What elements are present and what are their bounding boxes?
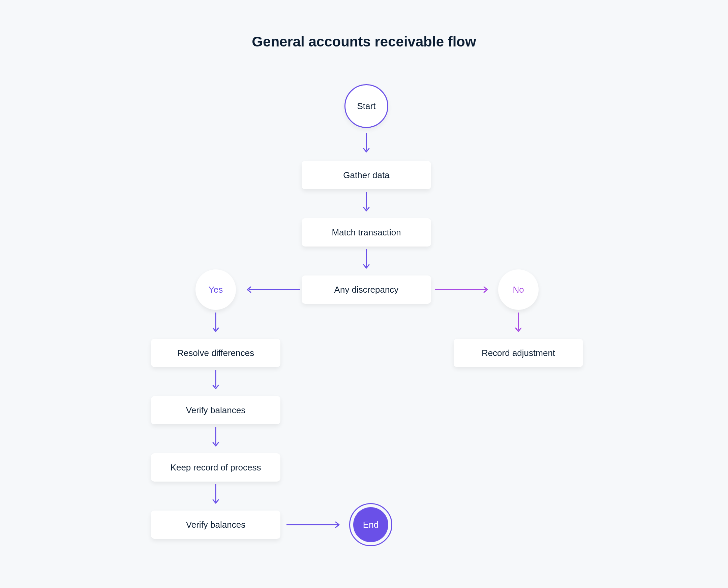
node-keep-record: Keep record of process [151,453,280,482]
node-start-label: Start [357,101,376,111]
node-no: No [498,269,539,310]
arrow-verify2-to-end [283,521,344,528]
arrow-verify1-to-keep [212,427,219,449]
node-start: Start [344,84,388,128]
node-resolve-differences: Resolve differences [151,339,280,367]
node-end: End [349,503,392,546]
flowchart-title: General accounts receivable flow [252,34,476,50]
node-verify-balances-2-label: Verify balances [186,520,245,530]
arrow-yes-to-resolve [212,313,219,335]
arrow-discrepancy-to-yes [243,286,303,293]
node-verify-balances-2: Verify balances [151,510,280,539]
node-match-transaction-label: Match transaction [332,227,401,238]
node-yes: Yes [196,269,236,310]
node-resolve-differences-label: Resolve differences [177,348,254,358]
node-verify-balances-1-label: Verify balances [186,405,245,416]
node-record-adjustment-label: Record adjustment [482,348,555,358]
arrow-match-to-discrepancy [363,249,370,271]
node-record-adjustment: Record adjustment [454,339,583,367]
node-keep-record-label: Keep record of process [170,462,261,473]
arrow-start-to-gather [363,133,370,155]
node-end-label: End [363,520,379,530]
node-verify-balances-1: Verify balances [151,396,280,424]
node-no-label: No [513,285,524,295]
arrow-resolve-to-verify1 [212,370,219,392]
node-yes-label: Yes [209,285,223,295]
node-match-transaction: Match transaction [302,218,431,247]
node-gather-data: Gather data [302,161,431,189]
node-gather-data-label: Gather data [343,170,389,181]
arrow-keep-to-verify2 [212,484,219,506]
node-any-discrepancy: Any discrepancy [302,275,431,304]
arrow-discrepancy-to-no [431,286,492,293]
node-any-discrepancy-label: Any discrepancy [334,285,399,295]
arrow-no-to-record [515,313,522,335]
arrow-gather-to-match [363,192,370,214]
